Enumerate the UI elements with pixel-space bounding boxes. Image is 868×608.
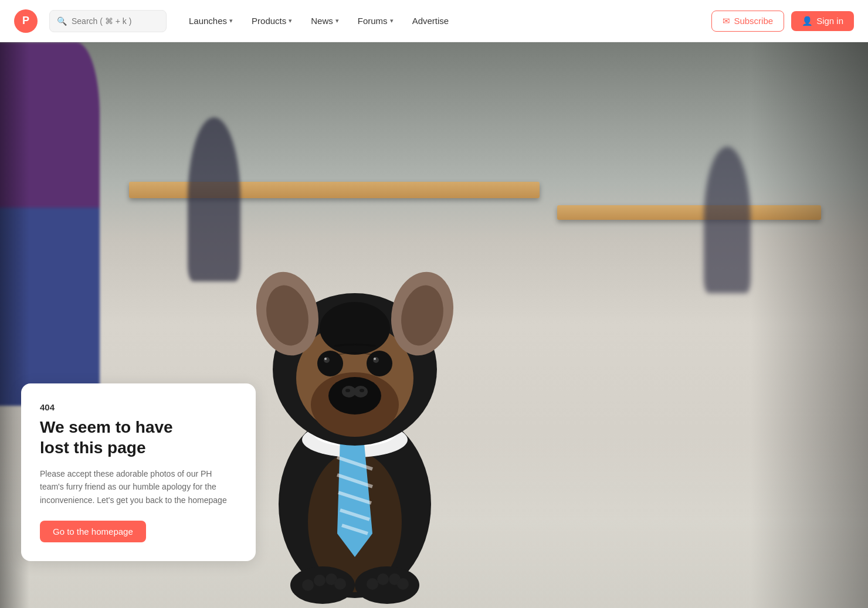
navbar: P 🔍 Launches ▾ Products ▾ News ▾ Forums … xyxy=(0,0,868,42)
hero-section: 404 We seem to have lost this page Pleas… xyxy=(0,0,868,608)
svg-point-37 xyxy=(367,578,378,590)
user-icon: 👤 xyxy=(802,16,813,26)
nav-item-news[interactable]: News ▾ xyxy=(303,11,347,30)
svg-point-20 xyxy=(360,389,364,392)
nav-item-products[interactable]: Products ▾ xyxy=(243,11,300,30)
logo-icon: P xyxy=(14,9,38,33)
svg-point-38 xyxy=(377,573,389,585)
error-title: We seem to have lost this page xyxy=(40,417,237,458)
search-icon: 🔍 xyxy=(57,16,67,26)
chevron-down-icon: ▾ xyxy=(229,17,233,25)
person-silhouette-3 xyxy=(704,147,751,293)
nav-item-advertise[interactable]: Advertise xyxy=(404,11,457,30)
svg-point-14 xyxy=(320,302,390,355)
chevron-down-icon: ▾ xyxy=(289,17,292,25)
error-code: 404 xyxy=(40,402,237,412)
subscribe-button[interactable]: ✉ Subscribe xyxy=(711,11,784,32)
search-bar[interactable]: 🔍 xyxy=(49,10,167,32)
person-silhouette-1 xyxy=(0,42,100,406)
nav-items: Launches ▾ Products ▾ News ▾ Forums ▾ Ad… xyxy=(181,11,707,30)
svg-point-36 xyxy=(334,578,346,590)
svg-point-19 xyxy=(345,389,350,392)
signin-button[interactable]: 👤 Sign in xyxy=(791,11,854,31)
svg-point-16 xyxy=(328,377,381,415)
nav-item-forums[interactable]: Forums ▾ xyxy=(350,11,402,30)
svg-point-40 xyxy=(397,578,409,590)
svg-point-26 xyxy=(374,358,376,360)
svg-point-33 xyxy=(302,579,314,591)
search-input[interactable] xyxy=(72,16,154,26)
chevron-down-icon: ▾ xyxy=(390,17,394,25)
subscribe-icon: ✉ xyxy=(723,16,730,26)
chevron-down-icon: ▾ xyxy=(335,17,339,25)
svg-point-25 xyxy=(324,358,327,360)
error-card: 404 We seem to have lost this page Pleas… xyxy=(21,383,256,561)
logo[interactable]: P xyxy=(14,9,38,33)
go-to-homepage-button[interactable]: Go to the homepage xyxy=(40,521,146,542)
svg-point-34 xyxy=(314,575,326,586)
dog-svg xyxy=(232,223,478,604)
svg-point-23 xyxy=(324,357,330,363)
store-table-2 xyxy=(557,205,821,220)
error-description: Please accept these adorable photos of o… xyxy=(40,467,237,507)
svg-point-32 xyxy=(355,566,419,604)
nav-actions: ✉ Subscribe 👤 Sign in xyxy=(711,11,854,32)
nav-item-launches[interactable]: Launches ▾ xyxy=(181,11,241,30)
svg-point-24 xyxy=(373,357,379,363)
